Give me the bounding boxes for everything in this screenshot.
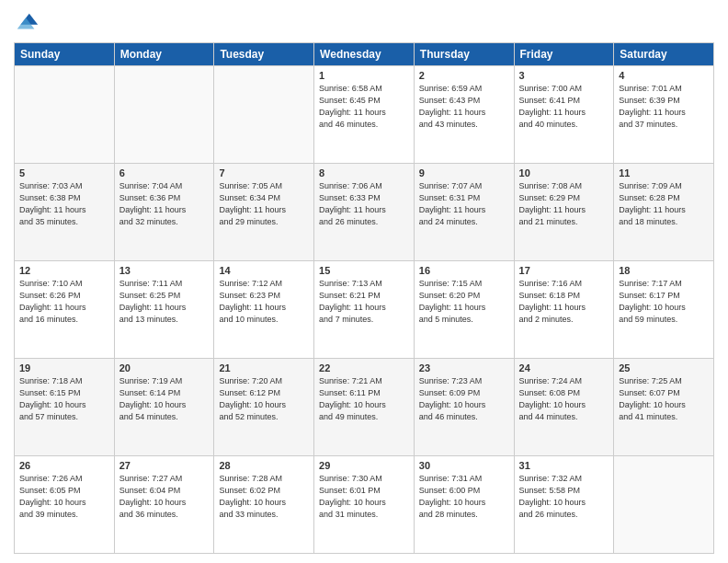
day-cell-5: 5Sunrise: 7:03 AM Sunset: 6:38 PM Daylig…	[15, 164, 115, 261]
weekday-header-wednesday: Wednesday	[314, 43, 415, 66]
day-info: Sunrise: 7:32 AM Sunset: 5:58 PM Dayligh…	[519, 473, 609, 521]
day-info: Sunrise: 7:08 AM Sunset: 6:29 PM Dayligh…	[519, 180, 609, 228]
weekday-header-thursday: Thursday	[414, 43, 514, 66]
logo	[14, 9, 43, 35]
day-cell-12: 12Sunrise: 7:10 AM Sunset: 6:26 PM Dayli…	[15, 261, 115, 359]
day-cell-1: 1Sunrise: 6:58 AM Sunset: 6:45 PM Daylig…	[314, 66, 415, 164]
day-info: Sunrise: 7:11 AM Sunset: 6:25 PM Dayligh…	[119, 278, 210, 326]
day-info: Sunrise: 6:58 AM Sunset: 6:45 PM Dayligh…	[319, 83, 409, 131]
day-number: 4	[619, 70, 709, 81]
day-cell-3: 3Sunrise: 7:00 AM Sunset: 6:41 PM Daylig…	[514, 66, 614, 164]
day-number: 6	[119, 167, 210, 178]
day-info: Sunrise: 7:17 AM Sunset: 6:17 PM Dayligh…	[619, 278, 709, 326]
day-cell-28: 28Sunrise: 7:28 AM Sunset: 6:02 PM Dayli…	[214, 456, 314, 554]
calendar-table: SundayMondayTuesdayWednesdayThursdayFrid…	[14, 42, 714, 554]
day-cell-16: 16Sunrise: 7:15 AM Sunset: 6:20 PM Dayli…	[414, 261, 514, 359]
weekday-header-row: SundayMondayTuesdayWednesdayThursdayFrid…	[15, 43, 714, 66]
day-number: 1	[319, 70, 409, 81]
page: SundayMondayTuesdayWednesdayThursdayFrid…	[0, 0, 728, 563]
day-number: 21	[219, 362, 309, 373]
empty-cell	[614, 456, 714, 554]
day-number: 24	[519, 362, 609, 373]
day-info: Sunrise: 7:25 AM Sunset: 6:07 PM Dayligh…	[619, 375, 709, 423]
calendar-row-4: 19Sunrise: 7:18 AM Sunset: 6:15 PM Dayli…	[15, 359, 714, 456]
day-number: 9	[419, 167, 509, 178]
day-number: 18	[619, 265, 709, 276]
day-info: Sunrise: 7:05 AM Sunset: 6:34 PM Dayligh…	[219, 180, 309, 228]
day-cell-9: 9Sunrise: 7:07 AM Sunset: 6:31 PM Daylig…	[414, 164, 514, 261]
day-cell-4: 4Sunrise: 7:01 AM Sunset: 6:39 PM Daylig…	[614, 66, 714, 164]
empty-cell	[214, 66, 314, 164]
empty-cell	[114, 66, 214, 164]
day-info: Sunrise: 7:03 AM Sunset: 6:38 PM Dayligh…	[19, 180, 109, 228]
day-cell-2: 2Sunrise: 6:59 AM Sunset: 6:43 PM Daylig…	[414, 66, 514, 164]
day-number: 14	[219, 265, 309, 276]
day-number: 31	[519, 460, 609, 471]
day-number: 3	[519, 70, 609, 81]
day-number: 26	[19, 460, 109, 471]
day-number: 11	[619, 167, 709, 178]
day-cell-27: 27Sunrise: 7:27 AM Sunset: 6:04 PM Dayli…	[114, 456, 214, 554]
day-cell-6: 6Sunrise: 7:04 AM Sunset: 6:36 PM Daylig…	[114, 164, 214, 261]
day-number: 10	[519, 167, 609, 178]
day-info: Sunrise: 7:19 AM Sunset: 6:14 PM Dayligh…	[119, 375, 210, 423]
day-info: Sunrise: 7:26 AM Sunset: 6:05 PM Dayligh…	[19, 473, 109, 521]
day-cell-17: 17Sunrise: 7:16 AM Sunset: 6:18 PM Dayli…	[514, 261, 614, 359]
day-cell-30: 30Sunrise: 7:31 AM Sunset: 6:00 PM Dayli…	[414, 456, 514, 554]
weekday-header-tuesday: Tuesday	[214, 43, 314, 66]
day-info: Sunrise: 7:27 AM Sunset: 6:04 PM Dayligh…	[119, 473, 210, 521]
day-number: 22	[319, 362, 409, 373]
day-number: 2	[419, 70, 509, 81]
weekday-header-sunday: Sunday	[15, 43, 115, 66]
weekday-header-saturday: Saturday	[614, 43, 714, 66]
day-number: 5	[19, 167, 109, 178]
day-number: 15	[319, 265, 409, 276]
day-info: Sunrise: 7:31 AM Sunset: 6:00 PM Dayligh…	[419, 473, 509, 521]
day-info: Sunrise: 7:06 AM Sunset: 6:33 PM Dayligh…	[319, 180, 409, 228]
day-number: 23	[419, 362, 509, 373]
day-cell-20: 20Sunrise: 7:19 AM Sunset: 6:14 PM Dayli…	[114, 359, 214, 456]
calendar-row-2: 5Sunrise: 7:03 AM Sunset: 6:38 PM Daylig…	[15, 164, 714, 261]
day-number: 19	[19, 362, 109, 373]
day-info: Sunrise: 7:23 AM Sunset: 6:09 PM Dayligh…	[419, 375, 509, 423]
day-info: Sunrise: 7:21 AM Sunset: 6:11 PM Dayligh…	[319, 375, 409, 423]
day-info: Sunrise: 7:07 AM Sunset: 6:31 PM Dayligh…	[419, 180, 509, 228]
day-number: 20	[119, 362, 210, 373]
day-number: 16	[419, 265, 509, 276]
day-cell-8: 8Sunrise: 7:06 AM Sunset: 6:33 PM Daylig…	[314, 164, 415, 261]
day-info: Sunrise: 7:16 AM Sunset: 6:18 PM Dayligh…	[519, 278, 609, 326]
day-info: Sunrise: 7:18 AM Sunset: 6:15 PM Dayligh…	[19, 375, 109, 423]
day-number: 12	[19, 265, 109, 276]
day-cell-18: 18Sunrise: 7:17 AM Sunset: 6:17 PM Dayli…	[614, 261, 714, 359]
day-number: 27	[119, 460, 210, 471]
day-cell-10: 10Sunrise: 7:08 AM Sunset: 6:29 PM Dayli…	[514, 164, 614, 261]
logo-icon	[14, 9, 40, 35]
day-cell-25: 25Sunrise: 7:25 AM Sunset: 6:07 PM Dayli…	[614, 359, 714, 456]
day-cell-26: 26Sunrise: 7:26 AM Sunset: 6:05 PM Dayli…	[15, 456, 115, 554]
day-number: 17	[519, 265, 609, 276]
day-info: Sunrise: 7:28 AM Sunset: 6:02 PM Dayligh…	[219, 473, 309, 521]
day-cell-29: 29Sunrise: 7:30 AM Sunset: 6:01 PM Dayli…	[314, 456, 415, 554]
day-number: 30	[419, 460, 509, 471]
day-info: Sunrise: 7:09 AM Sunset: 6:28 PM Dayligh…	[619, 180, 709, 228]
day-cell-7: 7Sunrise: 7:05 AM Sunset: 6:34 PM Daylig…	[214, 164, 314, 261]
day-number: 13	[119, 265, 210, 276]
day-info: Sunrise: 7:20 AM Sunset: 6:12 PM Dayligh…	[219, 375, 309, 423]
day-cell-22: 22Sunrise: 7:21 AM Sunset: 6:11 PM Dayli…	[314, 359, 415, 456]
day-number: 25	[619, 362, 709, 373]
day-cell-19: 19Sunrise: 7:18 AM Sunset: 6:15 PM Dayli…	[15, 359, 115, 456]
calendar-row-1: 1Sunrise: 6:58 AM Sunset: 6:45 PM Daylig…	[15, 66, 714, 164]
day-info: Sunrise: 7:15 AM Sunset: 6:20 PM Dayligh…	[419, 278, 509, 326]
day-cell-11: 11Sunrise: 7:09 AM Sunset: 6:28 PM Dayli…	[614, 164, 714, 261]
day-cell-21: 21Sunrise: 7:20 AM Sunset: 6:12 PM Dayli…	[214, 359, 314, 456]
day-info: Sunrise: 7:10 AM Sunset: 6:26 PM Dayligh…	[19, 278, 109, 326]
day-info: Sunrise: 7:24 AM Sunset: 6:08 PM Dayligh…	[519, 375, 609, 423]
day-info: Sunrise: 7:04 AM Sunset: 6:36 PM Dayligh…	[119, 180, 210, 228]
day-number: 29	[319, 460, 409, 471]
day-cell-15: 15Sunrise: 7:13 AM Sunset: 6:21 PM Dayli…	[314, 261, 415, 359]
day-number: 28	[219, 460, 309, 471]
calendar-row-3: 12Sunrise: 7:10 AM Sunset: 6:26 PM Dayli…	[15, 261, 714, 359]
empty-cell	[15, 66, 115, 164]
day-info: Sunrise: 7:30 AM Sunset: 6:01 PM Dayligh…	[319, 473, 409, 521]
day-info: Sunrise: 6:59 AM Sunset: 6:43 PM Dayligh…	[419, 83, 509, 131]
